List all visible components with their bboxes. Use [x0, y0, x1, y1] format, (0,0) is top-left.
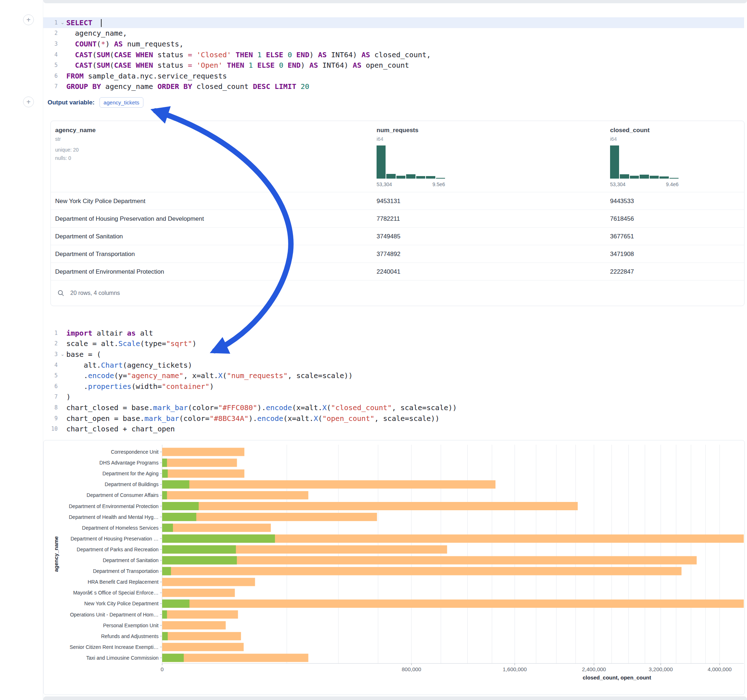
code-line[interactable]: 4 CAST(SUM(CASE WHEN status = 'Closed' T…: [43, 49, 744, 60]
chart-x-title: closed_count, open_count: [583, 674, 651, 680]
svg-text:4,000,000: 4,000,000: [708, 666, 732, 672]
svg-text:Operations Unit - Department o: Operations Unit - Department of Hom…: [70, 612, 159, 617]
svg-text:Department of Homeless Service: Department of Homeless Services: [82, 525, 159, 531]
code-line[interactable]: 6 .properties(width="container"): [43, 381, 744, 392]
bar-closed-count: [162, 578, 255, 586]
svg-text:Department for the Aging: Department for the Aging: [102, 471, 159, 477]
bar-closed-count: [162, 653, 308, 662]
line-number: 4: [43, 362, 60, 368]
column-type: i64: [610, 136, 617, 142]
line-number: 7: [43, 83, 60, 90]
table-footer: 20 rows, 4 columns: [51, 280, 744, 305]
line-number: 5: [43, 62, 60, 68]
line-number: 4: [43, 51, 60, 58]
svg-text:Department of Consumer Affairs: Department of Consumer Affairs: [86, 492, 159, 498]
chart-y-title: agency_name: [53, 536, 59, 572]
svg-text:Senior Citizen Rent Increase E: Senior Citizen Rent Increase Exempti…: [70, 644, 159, 650]
code-line[interactable]: 2scale = alt.Scale(type="sqrt"): [43, 338, 744, 349]
column-stat: unique: 20: [55, 147, 79, 153]
cell-agency-name: Department of Housing Preservation and D…: [55, 210, 204, 228]
histogram-min-label: 53,304: [377, 181, 392, 187]
bar-closed-count: [162, 610, 238, 619]
bar-closed-count: [162, 589, 235, 597]
search-icon[interactable]: [57, 290, 65, 297]
output-variable-pill[interactable]: agency_tickets: [100, 97, 143, 108]
cell-value: 3774892: [377, 245, 400, 263]
table-row: Department of Transportation377489234719…: [51, 245, 744, 263]
bar-closed-count: [162, 523, 271, 532]
code-line[interactable]: 7GROUP BY agency_name ORDER BY closed_co…: [43, 81, 744, 92]
sql-cell[interactable]: 1⌄SELECT 2 agency_name,3 COUNT(*) AS num…: [43, 14, 744, 92]
code-line[interactable]: 4 alt.Chart(agency_tickets): [43, 360, 744, 371]
bar-open-count: [162, 459, 167, 467]
code-line[interactable]: 6FROM sample_data.nyc.service_requests: [43, 71, 744, 81]
chart-y-axis: Correspondence UnitDHS Advantage Program…: [69, 449, 162, 661]
svg-text:Correspondence Unit: Correspondence Unit: [111, 449, 159, 455]
add-cell-button[interactable]: +: [23, 97, 34, 107]
bar-open-count: [162, 523, 173, 532]
code-line[interactable]: 2 agency_name,: [43, 28, 744, 39]
svg-text:0: 0: [161, 666, 163, 672]
svg-text:Refunds and Adjustments: Refunds and Adjustments: [101, 634, 159, 639]
fold-chevron-icon[interactable]: ⌄: [60, 20, 66, 25]
table-shape-label: 20 rows, 4 columns: [70, 290, 120, 296]
code-line[interactable]: 3⌄base = (: [43, 349, 744, 360]
code-line[interactable]: 7): [43, 392, 744, 403]
svg-text:Department of Housing Preserva: Department of Housing Preservation …: [71, 536, 159, 542]
bar-closed-count: [162, 643, 243, 651]
cell-value: 3471908: [610, 245, 634, 263]
cell-value: 2240041: [377, 263, 400, 281]
svg-text:1,600,000: 1,600,000: [503, 666, 527, 672]
python-cell[interactable]: 1import altair as alt2scale = alt.Scale(…: [43, 325, 744, 434]
line-number: 1: [43, 20, 60, 26]
code-line[interactable]: 1import altair as alt: [43, 328, 744, 338]
column-header: agency_name: [55, 127, 95, 134]
line-number: 2: [43, 340, 60, 347]
svg-text:Personal Exemption Unit: Personal Exemption Unit: [103, 623, 159, 628]
code-line[interactable]: 1⌄SELECT: [43, 17, 744, 28]
bar-open-count: [162, 545, 236, 554]
fold-chevron-icon[interactable]: ⌄: [60, 352, 66, 356]
bar-open-count: [162, 469, 168, 478]
result-table: agency_namestrunique: 20nulls: 0num_requ…: [50, 121, 744, 306]
svg-text:New York City Police Departmen: New York City Police Department: [84, 600, 159, 606]
svg-text:Department of Sanitation: Department of Sanitation: [103, 557, 159, 563]
svg-text:800,000: 800,000: [402, 666, 421, 672]
code-line[interactable]: 3 COUNT(*) AS num_requests,: [43, 39, 744, 49]
text-cursor: [101, 19, 101, 27]
line-number: 6: [43, 383, 60, 389]
line-number: 10: [43, 425, 60, 432]
bar-open-count: [162, 513, 197, 521]
column-header: num_requests: [377, 127, 418, 134]
notebook-page: + + 1⌄SELECT 2 agency_name,3 COUNT(*) AS…: [0, 0, 747, 700]
bar-closed-count: [162, 502, 578, 510]
svg-text:Mayorâ€ s Office of Special En: Mayorâ€ s Office of Special Enforce…: [73, 590, 159, 596]
line-number: 3: [43, 41, 60, 47]
svg-text:HRA Benefit Card Replacement: HRA Benefit Card Replacement: [88, 579, 159, 585]
column-stat: nulls: 0: [55, 155, 71, 161]
cell-agency-name: Department of Environmental Protection: [55, 263, 164, 281]
column-histogram: [610, 145, 679, 179]
column-histogram: [377, 145, 445, 179]
bar-closed-count: [162, 567, 681, 575]
svg-text:2,400,000: 2,400,000: [582, 666, 606, 672]
code-line[interactable]: 10chart_closed + chart_open: [43, 424, 744, 434]
code-line[interactable]: 9chart_open = base.mark_bar(color="#8BC3…: [43, 413, 744, 424]
code-line[interactable]: 5 CAST(SUM(CASE WHEN status = 'Open' THE…: [43, 60, 744, 71]
cell-value: 7618456: [610, 210, 634, 228]
bar-open-count: [162, 502, 198, 510]
histogram-max-label: 9.5e6: [416, 181, 445, 187]
code-line[interactable]: 8chart_closed = base.mark_bar(color="#FF…: [43, 402, 744, 413]
bar-closed-count: [162, 491, 308, 499]
next-cell-edge: [43, 696, 747, 700]
code-line[interactable]: 5 .encode(y="agency_name", x=alt.X("num_…: [43, 370, 744, 381]
add-cell-button[interactable]: +: [23, 14, 34, 25]
line-number: 3: [43, 351, 60, 358]
cell-value: 7782211: [377, 210, 400, 228]
line-number: 9: [43, 415, 60, 422]
table-row: New York City Police Department945313194…: [51, 192, 744, 210]
bar-open-count: [162, 599, 189, 608]
bar-closed-count: [162, 632, 241, 640]
line-number: 2: [43, 30, 60, 36]
bar-open-count: [162, 610, 167, 619]
